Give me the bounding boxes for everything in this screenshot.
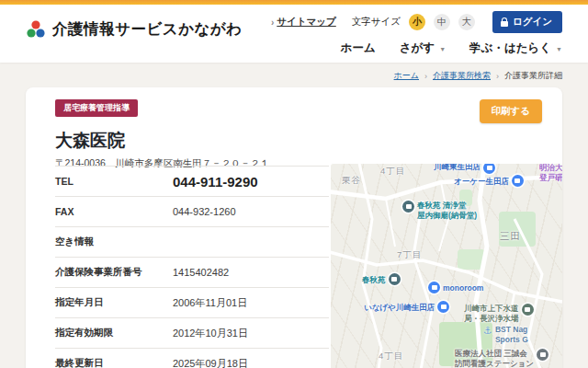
chevron-down-icon: ▼ [556, 46, 562, 52]
chevron-right-icon: › [424, 72, 427, 81]
map-area-label: 三田 [500, 230, 521, 242]
chevron-right-icon: › [496, 72, 499, 81]
chevron-right-icon: › [271, 17, 274, 28]
chevron-down-icon: ▼ [439, 46, 446, 52]
poi-meiji-noborito[interactable]: 明治大 登戸研 [539, 164, 562, 182]
map-area-label: 栗谷 [342, 175, 361, 186]
nav-home[interactable]: ホーム [341, 40, 376, 56]
utility-bar: › サイトマップ 文字サイズ 小 中 大 ログイン [271, 11, 562, 33]
map[interactable]: 4丁目 栗谷 三田 7丁目 4丁目 川崎東生田店 明治大 登戸研 オーケー生田店… [331, 164, 562, 368]
shopping-cart-poi-icon [437, 301, 449, 313]
facility-detail-card: 居宅療養管理指導 印刷する 大森医院 〒214-0036 川崎市多摩区南生田７－… [26, 87, 562, 368]
main-nav: ホーム さがす ▼ 学ぶ・はたらく ▼ [341, 40, 562, 56]
nav-learn-work[interactable]: 学ぶ・はたらく ▼ [469, 40, 562, 56]
font-size-small-button[interactable]: 小 [409, 14, 425, 30]
header-right: › サイトマップ 文字サイズ 小 中 大 ログイン ホーム さがす ▼ 学ぶ・は… [271, 5, 562, 56]
table-row-expiration-date: 指定有効期限 2012年10月31日 [55, 318, 329, 349]
print-button[interactable]: 印刷する [480, 99, 543, 123]
login-button[interactable]: ログイン [492, 11, 562, 33]
hospital-poi-icon [537, 349, 548, 361]
table-row-availability: 空き情報 [55, 227, 329, 258]
breadcrumb-home[interactable]: ホーム [394, 70, 419, 82]
facility-info-table: TEL 044-911-9290 FAX 044-932-1260 空き情報 介… [55, 166, 329, 368]
poi-nursing-station[interactable]: 医療法人社団 三誠会 訪問看護ステーション [455, 349, 548, 368]
site-logo[interactable]: 介護情報サービスかながわ [26, 19, 243, 40]
breadcrumb: ホーム › 介護事業所検索 › 介護事業所詳細 [26, 70, 562, 82]
map-area-label: 7丁目 [397, 249, 422, 260]
table-row-designation-date: 指定年月日 2006年11月01日 [55, 288, 329, 318]
lock-icon [501, 21, 508, 27]
card-head: 居宅療養管理指導 印刷する 大森医院 〒214-0036 川崎市多摩区南生田７－… [26, 87, 562, 170]
table-row-last-updated: 最終更新日 2025年09月18日 [55, 349, 329, 368]
poi-kawasaki-higashi-ikuta[interactable]: 川崎東生田店 [434, 164, 495, 174]
logo-circles-icon [26, 20, 46, 39]
service-category-badge: 居宅療養管理指導 [55, 99, 138, 117]
map-area-label: 4丁目 [379, 351, 403, 362]
table-row-tel: TEL 044-911-9290 [55, 167, 329, 197]
nav-search[interactable]: さがす ▼ [400, 40, 446, 56]
breadcrumb-search[interactable]: 介護事業所検索 [433, 70, 491, 82]
poi-water-purification-plant[interactable]: 川崎市上下水道 局・長沢浄水場 [464, 304, 534, 323]
poi-ok-ikuta-store[interactable]: オーケー生田店 [454, 175, 524, 187]
shopping-cart-poi-icon [512, 175, 524, 187]
poi-inageya-ikuta[interactable]: いなげや川崎生田店 [364, 301, 449, 313]
site-title: 介護情報サービスかながわ [52, 19, 243, 40]
sitemap-link[interactable]: › サイトマップ [271, 16, 336, 29]
poi-shunjuen-ossuary[interactable]: 春秋苑 清浄堂 屋内御廟(納骨堂) [402, 201, 477, 220]
font-size-medium-button[interactable]: 中 [434, 14, 450, 30]
font-size-label: 文字サイズ [352, 16, 401, 29]
anchor-poi-icon: ⚓ [483, 325, 492, 338]
font-size-large-button[interactable]: 大 [458, 14, 475, 30]
map-area-label: 4丁目 [380, 166, 405, 177]
monument-poi-icon [402, 201, 414, 213]
monument-poi-icon [389, 273, 401, 285]
facility-name: 大森医院 [55, 129, 542, 153]
store-poi-icon [483, 164, 495, 174]
table-row-fax: FAX 044-932-1260 [55, 197, 329, 227]
breadcrumb-current: 介護事業所詳細 [504, 70, 562, 82]
poi-sports-garden[interactable]: ⚓ BST Nag Sports G [483, 325, 528, 344]
poi-monoroom[interactable]: monoroom [428, 282, 483, 293]
site-header: 介護情報サービスかながわ › サイトマップ 文字サイズ 小 中 大 ログイン ホ… [0, 5, 588, 63]
table-row-office-number: 介護保険事業所番号 1415402482 [55, 258, 329, 288]
poi-shunjuen[interactable]: 春秋苑 [362, 273, 401, 285]
water-utility-poi-icon [522, 304, 534, 316]
store-poi-icon [428, 282, 440, 293]
